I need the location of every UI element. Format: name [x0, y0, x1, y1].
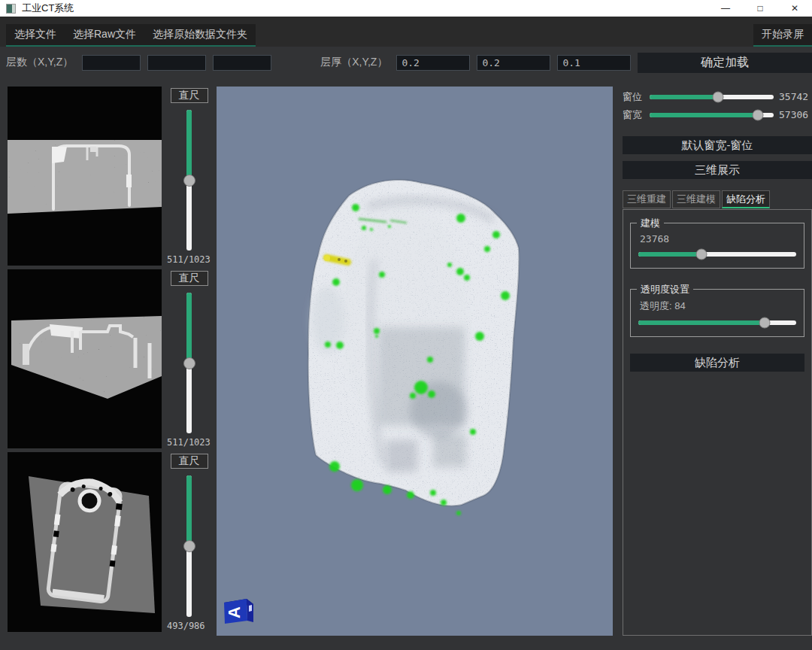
thickness-z-input[interactable] [557, 55, 631, 71]
opacity-value-label: 透明度: 84 [640, 299, 796, 313]
window-width-label: 窗宽 [623, 108, 645, 122]
slice-counter-y: 511/1023 [162, 437, 211, 448]
defect-analysis-button[interactable]: 缺陷分析 [630, 354, 804, 372]
slice-slider-column-x: 直尺 511/1023 [162, 87, 217, 266]
window-width-fill [650, 113, 758, 117]
record-group: 开始录屏 [753, 24, 812, 47]
window-level-label: 窗位 [623, 90, 645, 104]
minimize-button[interactable]: — [708, 0, 743, 17]
thickness-x-input[interactable] [396, 55, 470, 71]
modeling-slider-fill [638, 252, 701, 257]
modeling-slider-handle[interactable] [696, 249, 707, 260]
tab-3d-reconstruction[interactable]: 三维重建 [623, 190, 671, 208]
confirm-load-button[interactable]: 确定加载 [638, 53, 812, 73]
select-file-button[interactable]: 选择文件 [6, 24, 65, 45]
slice-view-column: 直尺 511/1023 [8, 87, 217, 636]
close-button[interactable]: ✕ [777, 0, 812, 17]
right-panel: 窗位 35742 窗宽 57306 默认窗宽-窗位 三维展示 三维重建 三 [623, 87, 812, 636]
window-level-slider[interactable] [650, 95, 774, 99]
slice-slider-handle-y[interactable] [183, 357, 195, 369]
window-level-handle[interactable] [712, 91, 723, 102]
modeling-groupbox: 建模 23768 [630, 223, 804, 269]
window-width-value: 57306 [779, 109, 812, 120]
slice-slider-fill-x [186, 110, 192, 181]
window-level-value: 35742 [779, 91, 812, 102]
orientation-label: A [225, 606, 244, 618]
window-width-row: 窗宽 57306 [623, 108, 812, 121]
tab-3d-modeling[interactable]: 三维建模 [672, 190, 720, 208]
select-raw-folder-button[interactable]: 选择原始数据文件夹 [144, 24, 256, 45]
opacity-slider[interactable] [638, 320, 796, 325]
3d-display-button[interactable]: 三维展示 [623, 161, 812, 179]
select-raw-file-button[interactable]: 选择Raw文件 [65, 24, 144, 45]
3d-viewport[interactable]: A [217, 87, 613, 636]
layers-label: 层数（X,Y,Z） [6, 56, 73, 69]
window-level-fill [650, 95, 718, 99]
slice-slider-fill-z [186, 475, 192, 546]
app-icon [6, 4, 16, 14]
layers-y-input[interactable] [147, 55, 206, 71]
modeling-slider[interactable] [638, 252, 796, 257]
defect-analysis-panel: 建模 23768 透明度设置 透明度: 84 缺陷分析 [623, 209, 812, 636]
slice-slider-z[interactable] [186, 475, 192, 617]
ruler-label-z: 直尺 [171, 454, 208, 469]
opacity-group-title: 透明度设置 [637, 283, 693, 296]
3d-render: A [217, 87, 613, 636]
window-controls: — □ ✕ [708, 0, 812, 17]
slice-slider-handle-x[interactable] [183, 175, 195, 187]
app-window: 工业CT系统 — □ ✕ 选择文件 选择Raw文件 选择原始数据文件夹 开始录屏… [0, 0, 812, 650]
window-width-handle[interactable] [752, 109, 763, 120]
maximize-button[interactable]: □ [743, 0, 777, 17]
window-width-slider[interactable] [650, 113, 774, 117]
slice-view-row-z: 直尺 493/986 [8, 452, 217, 632]
ruler-label-x: 直尺 [171, 88, 208, 103]
parameter-row: 层数（X,Y,Z） 层厚（X,Y,Z） 确定加载 [0, 47, 812, 78]
ct-slice-image-y [8, 269, 162, 448]
ct-slice-image-z [8, 452, 162, 632]
layers-z-input[interactable] [213, 55, 271, 71]
toolbar: 选择文件 选择Raw文件 选择原始数据文件夹 开始录屏 [0, 17, 812, 47]
ruler-label-y: 直尺 [171, 271, 208, 286]
tab-defect-analysis[interactable]: 缺陷分析 [722, 190, 770, 208]
title-bar: 工业CT系统 — □ ✕ [0, 0, 812, 17]
modeling-value: 23768 [640, 233, 796, 245]
modeling-group-title: 建模 [637, 217, 664, 230]
default-window-button[interactable]: 默认窗宽-窗位 [623, 136, 812, 154]
slice-slider-column-z: 直尺 493/986 [162, 452, 217, 632]
slice-slider-fill-y [186, 293, 192, 363]
layers-x-input[interactable] [82, 55, 141, 71]
thickness-label: 层厚（X,Y,Z） [320, 56, 387, 69]
opacity-groupbox: 透明度设置 透明度: 84 [630, 289, 804, 337]
ct-slice-image-x [8, 87, 162, 266]
main-area: 直尺 511/1023 [0, 78, 812, 636]
orientation-cube[interactable]: A [224, 599, 253, 624]
slice-counter-z: 493/986 [162, 621, 205, 632]
slice-counter-x: 511/1023 [162, 254, 211, 266]
slice-slider-column-y: 直尺 511/1023 [162, 269, 217, 448]
slice-view-row-x: 直尺 511/1023 [8, 87, 217, 266]
slice-slider-y[interactable] [186, 293, 192, 433]
slice-slider-handle-z[interactable] [183, 540, 195, 552]
tab-bar: 三维重建 三维建模 缺陷分析 [623, 190, 812, 208]
opacity-slider-handle[interactable] [759, 317, 771, 329]
start-record-button[interactable]: 开始录屏 [753, 24, 812, 45]
file-button-group: 选择文件 选择Raw文件 选择原始数据文件夹 [6, 24, 256, 47]
window-title: 工业CT系统 [22, 2, 74, 15]
opacity-slider-fill [638, 320, 765, 325]
window-level-row: 窗位 35742 [623, 90, 812, 103]
thickness-y-input[interactable] [477, 55, 550, 71]
slice-slider-x[interactable] [186, 110, 192, 251]
slice-view-row-y: 直尺 511/1023 [8, 269, 217, 448]
